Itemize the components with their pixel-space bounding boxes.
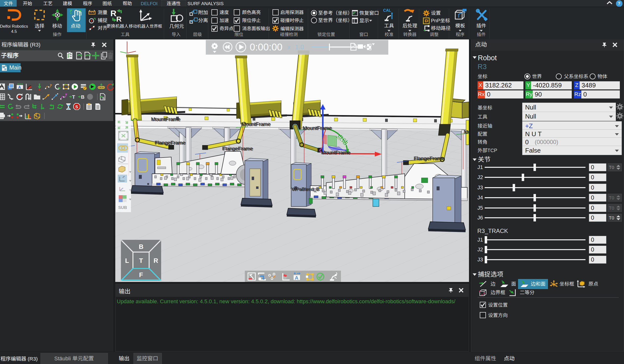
svg-text:T: T xyxy=(139,257,143,264)
svg-text:CAL: CAL xyxy=(383,8,391,13)
svg-text:L: L xyxy=(125,257,129,264)
svg-text:M: M xyxy=(2,65,5,69)
svg-text:MountFrame: MountFrame xyxy=(321,149,350,155)
svg-text:R: R xyxy=(154,257,158,264)
svg-text:WPaBlend_B: WPaBlend_B xyxy=(291,186,319,192)
svg-text:SUB: SUB xyxy=(118,205,127,210)
svg-text:MountFrame: MountFrame xyxy=(151,116,180,122)
svg-text:Mount: Mount xyxy=(464,129,469,135)
svg-text:FlangeFrame: FlangeFrame xyxy=(155,140,185,145)
svg-text:0:00:00: 0:00:00 xyxy=(250,42,282,52)
svg-text:MountFrame: MountFrame xyxy=(302,125,332,131)
svg-text:A: A xyxy=(18,85,21,90)
svg-text:B: B xyxy=(139,243,143,250)
svg-text:FlangeFrame: FlangeFrame xyxy=(414,155,444,161)
svg-text:R: R xyxy=(110,9,117,18)
svg-text:A: A xyxy=(295,275,298,280)
svg-text:R: R xyxy=(116,15,122,23)
svg-text:B: B xyxy=(81,94,84,100)
svg-text:S: S xyxy=(102,96,104,100)
svg-text:T: T xyxy=(72,94,75,100)
svg-text:MountFrame: MountFrame xyxy=(241,121,270,127)
svg-text:x: x xyxy=(287,44,290,50)
svg-text:S: S xyxy=(75,105,78,109)
svg-text:F: F xyxy=(139,271,143,278)
svg-text:FlangeFrame: FlangeFrame xyxy=(222,145,253,151)
svg-text:1.0: 1.0 xyxy=(295,43,304,51)
